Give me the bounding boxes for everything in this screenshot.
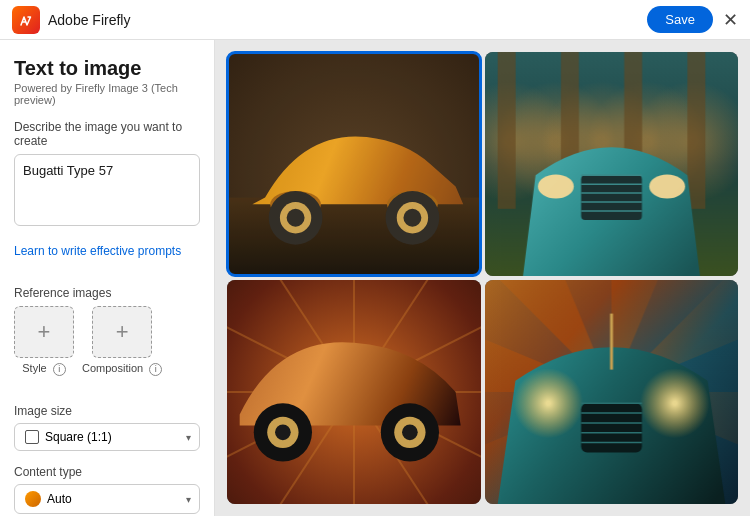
image-size-value: Square (1:1) — [45, 430, 112, 444]
image-size-select[interactable]: Square (1:1) ▾ — [14, 423, 200, 451]
auto-avatar-icon — [25, 491, 41, 507]
section-title: Text to image — [14, 56, 200, 80]
style-info-icon[interactable]: i — [53, 363, 66, 376]
content-type-value: Auto — [47, 492, 72, 506]
image-card-3[interactable] — [227, 280, 481, 504]
content-type-label: Content type — [14, 465, 200, 479]
prompt-label: Describe the image you want to create — [14, 120, 200, 148]
ref-composition-button[interactable]: + — [92, 306, 152, 358]
header-left: Adobe Firefly — [12, 6, 130, 34]
image-canvas-4 — [485, 280, 739, 504]
section-heading: Text to image Powered by Firefly Image 3… — [14, 56, 200, 106]
close-button[interactable]: ✕ — [723, 9, 738, 31]
section-subtitle: Powered by Firefly Image 3 (Tech preview… — [14, 82, 200, 106]
app-logo — [12, 6, 40, 34]
image-card-2[interactable] — [485, 52, 739, 276]
prompt-section: Describe the image you want to create — [14, 120, 200, 230]
app-header: Adobe Firefly Save ✕ — [0, 0, 750, 40]
header-right: Save ✕ — [647, 6, 738, 33]
image-size-wrapper: Square (1:1) ▾ — [14, 423, 200, 451]
chevron-down-icon-2: ▾ — [186, 493, 191, 504]
save-button[interactable]: Save — [647, 6, 713, 33]
sidebar: Text to image Powered by Firefly Image 3… — [0, 40, 215, 516]
image-size-label: Image size — [14, 404, 200, 418]
image-size-section: Image size Square (1:1) ▾ — [14, 404, 200, 451]
image-card-4[interactable] — [485, 280, 739, 504]
learn-link[interactable]: Learn to write effective prompts — [14, 244, 200, 258]
ref-style-button[interactable]: + — [14, 306, 74, 358]
image-canvas-3 — [227, 280, 481, 504]
main-layout: Text to image Powered by Firefly Image 3… — [0, 40, 750, 516]
ref-style-caption: Style i — [22, 362, 66, 376]
square-icon — [25, 430, 39, 444]
prompt-input[interactable] — [14, 154, 200, 226]
ref-composition-caption: Composition i — [82, 362, 162, 376]
content-type-wrapper: Auto ▾ — [14, 484, 200, 514]
ref-style-item: + Style i — [14, 306, 74, 376]
composition-info-icon[interactable]: i — [149, 363, 162, 376]
image-canvas-1 — [227, 52, 481, 276]
image-grid — [215, 40, 750, 516]
reference-images-label: Reference images — [14, 286, 200, 300]
reference-images-row: + Style i + Composition i — [14, 306, 200, 376]
content-type-section: Content type Auto ▾ — [14, 465, 200, 514]
chevron-down-icon: ▾ — [186, 431, 191, 442]
image-card-1[interactable] — [227, 52, 481, 276]
image-canvas-2 — [485, 52, 739, 276]
ref-composition-item: + Composition i — [82, 306, 162, 376]
reference-images-section: Reference images + Style i + Composition… — [14, 286, 200, 376]
close-icon: ✕ — [723, 9, 738, 31]
app-title: Adobe Firefly — [48, 12, 130, 28]
content-type-select[interactable]: Auto ▾ — [14, 484, 200, 514]
